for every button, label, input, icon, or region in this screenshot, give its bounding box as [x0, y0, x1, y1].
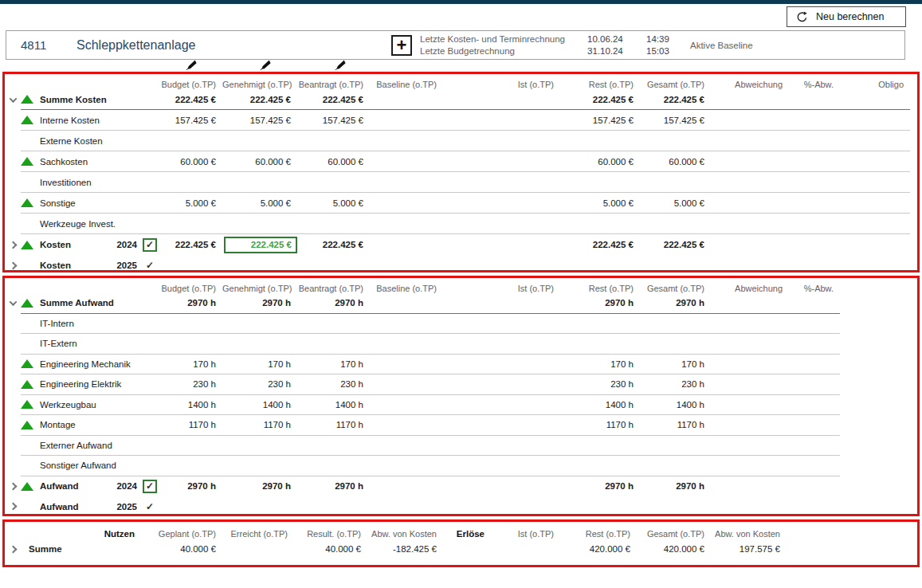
- summe-section: Nutzen Geplant (o.TP) Erreicht (o.TP) Re…: [2, 519, 920, 567]
- aufwand-header-gutter: [5, 280, 21, 293]
- checkbox-icon[interactable]: ✓: [143, 500, 157, 513]
- cell-budget: 2970 h: [160, 298, 222, 308]
- cell-rest: 2970 h: [560, 481, 640, 491]
- table-row: Aufwand 2025 ✓: [5, 496, 917, 516]
- cell-beantragt: 170 h: [297, 359, 370, 369]
- row-label-cell: Externe Kosten: [21, 134, 160, 147]
- col-header-geplant: Geplant (o.TP): [141, 529, 222, 539]
- table-row: Kosten 2025 ✓: [5, 255, 917, 272]
- status-triangle-icon: [21, 400, 40, 409]
- cell-genehmigt: 1170 h: [222, 420, 297, 429]
- summe-row: Summe 40.000 € 40.000 € -182.425 € 420.0…: [5, 539, 917, 559]
- col-header-obligo: Obligo: [840, 80, 910, 89]
- edit-pen-icon-beantragt: [335, 59, 347, 71]
- expand-chevron-icon[interactable]: [9, 545, 17, 553]
- cell-abw-von-kosten: -182.425 €: [367, 544, 443, 554]
- row-label-cell: Sonstige: [21, 196, 160, 210]
- row-label-cell: Investitionen: [21, 175, 160, 189]
- status-triangle-icon: [21, 241, 40, 249]
- cell-beantragt: 2970 h: [297, 298, 370, 308]
- row-label-cell: Externer Aufwand: [21, 438, 160, 452]
- cell-beantragt: 222.425 €: [297, 240, 370, 249]
- cell-beantragt: 5.000 €: [297, 198, 370, 208]
- table-row: Summe Kosten 222.425 € 222.425 € 222.425…: [5, 89, 917, 110]
- table-row: Montage 1170 h 1170 h 1170 h 1170 h 1170…: [5, 415, 917, 436]
- row-label-cell: IT-Intern: [21, 316, 160, 330]
- cell-genehmigt[interactable]: 5.000 €: [222, 198, 297, 208]
- col-header-pabw: %-Abw.: [789, 80, 840, 89]
- top-accent-bar: [0, 0, 922, 4]
- last-cost-calc-time: 14:39: [646, 33, 678, 45]
- cell-beantragt: 1170 h: [297, 420, 370, 429]
- col-header-result: Result. (o.TP): [294, 529, 367, 539]
- row-label-cell: Werkzeuge Invest.: [21, 217, 160, 230]
- col-header-erreicht: Erreicht (o.TP): [222, 529, 294, 539]
- cell-geplant: 40.000 €: [141, 544, 222, 554]
- kosten-header-row: Budget (o.TP) Genehmigt (o.TP) Beantragt…: [5, 76, 917, 89]
- cell-rest: 5.000 €: [560, 198, 640, 208]
- cell-rest: 222.425 €: [560, 95, 640, 104]
- last-cost-calc-date: 10.06.24: [587, 33, 637, 45]
- status-triangle-icon: [21, 482, 40, 491]
- row-label: Externe Kosten: [40, 136, 103, 146]
- col-header-nutzen: Nutzen: [21, 529, 141, 539]
- plus-icon[interactable]: +: [391, 35, 412, 56]
- col-header-ist: Ist (o.TP): [443, 80, 560, 89]
- row-label-cell: Engineering Mechanik: [21, 357, 160, 370]
- row-label-cell: Sachkosten: [21, 155, 160, 168]
- last-budget-calc-label: Letzte Budgetrechnung: [420, 45, 579, 57]
- expand-chevron-icon[interactable]: [9, 95, 17, 103]
- cell-genehmigt[interactable]: 222.425 €: [224, 237, 297, 253]
- row-label: Aufwand: [40, 481, 79, 491]
- status-triangle-icon: [21, 95, 40, 104]
- col-header-beantragt: Beantragt (o.TP): [297, 80, 370, 89]
- cell-gesamt: 2970 h: [640, 481, 711, 491]
- aufwand-rows: Summe Aufwand 2970 h 2970 h 2970 h 2970 …: [5, 293, 917, 516]
- col-header-rest: Rest (o.TP): [560, 529, 637, 539]
- row-label: Investitionen: [40, 178, 92, 187]
- col-header-rest: Rest (o.TP): [560, 284, 640, 293]
- status-triangle-icon: [21, 380, 40, 389]
- kosten-rows: Summe Kosten 222.425 € 222.425 € 222.425…: [5, 89, 917, 272]
- table-row: Externer Aufwand: [5, 436, 917, 457]
- cell-genehmigt: 2970 h: [222, 481, 297, 491]
- cell-genehmigt[interactable]: 222.425 €: [222, 95, 297, 104]
- col-header-abweichung: Abweichung: [711, 80, 789, 89]
- checkbox-icon[interactable]: ✓: [143, 238, 157, 252]
- expand-chevron-icon[interactable]: [9, 503, 17, 511]
- cell-genehmigt[interactable]: 60.000 €: [222, 157, 297, 167]
- row-label-cell: Kosten 2025 ✓: [21, 259, 160, 272]
- row-label: Summe: [21, 544, 141, 554]
- edit-pen-icon-budget: [186, 59, 198, 71]
- col-header-gesamt: Gesamt (o.TP): [640, 80, 711, 89]
- col-header-rest: Rest (o.TP): [560, 80, 640, 89]
- checkbox-icon[interactable]: ✓: [143, 259, 157, 272]
- expand-chevron-icon[interactable]: [9, 298, 17, 306]
- row-label: IT-Intern: [40, 319, 74, 328]
- expand-chevron-icon[interactable]: [9, 261, 17, 269]
- cell-budget: 2970 h: [160, 481, 222, 491]
- row-year: 2024: [116, 481, 137, 491]
- cell-gesamt: 5.000 €: [640, 198, 711, 208]
- table-row: Sachkosten 60.000 € 60.000 € 60.000 € 60…: [5, 151, 917, 172]
- expand-chevron-icon[interactable]: [9, 241, 17, 249]
- table-row: Investitionen: [5, 172, 917, 193]
- row-label-cell: Kosten 2024 ✓: [21, 238, 160, 252]
- cell-budget: 157.425 €: [160, 116, 222, 125]
- row-year: 2025: [116, 502, 137, 512]
- col-header-gesamt: Gesamt (o.TP): [640, 284, 711, 293]
- checkbox-icon[interactable]: ✓: [143, 480, 157, 493]
- cell-genehmigt[interactable]: 157.425 €: [222, 116, 297, 125]
- row-label: Summe Aufwand: [40, 298, 114, 308]
- project-title: Schleppkettenanlage: [77, 38, 391, 53]
- table-row: Engineering Elektrik 230 h 230 h 230 h 2…: [5, 374, 917, 395]
- aufwand-section: Budget (o.TP) Genehmigt (o.TP) Beantragt…: [2, 276, 920, 516]
- cell-gesamt: 157.425 €: [640, 116, 711, 125]
- project-id: 4811: [6, 38, 77, 52]
- table-row: IT-Extern: [5, 334, 917, 355]
- col-header-beantragt: Beantragt (o.TP): [297, 284, 370, 293]
- cell-rest: 1400 h: [560, 400, 640, 410]
- recalculate-button[interactable]: Neu berechnen: [787, 6, 906, 27]
- table-row: Werkzeuge Invest.: [5, 214, 917, 234]
- expand-chevron-icon[interactable]: [9, 482, 17, 490]
